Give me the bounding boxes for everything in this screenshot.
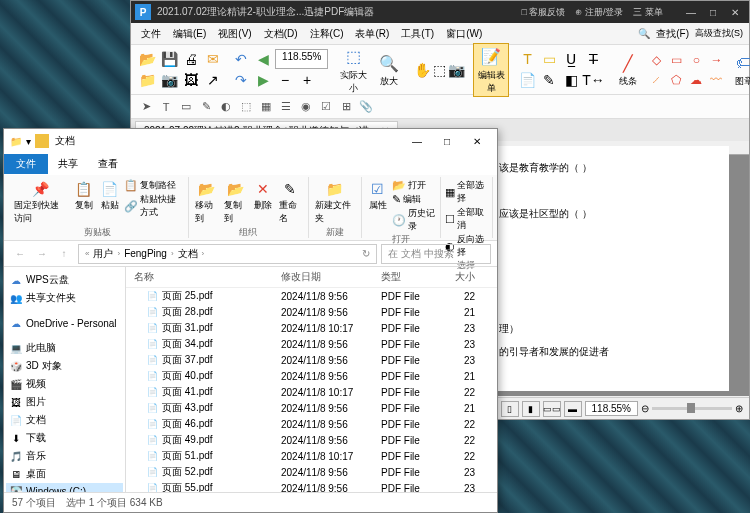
tool-icon[interactable]: 📎 bbox=[357, 98, 375, 116]
properties-button[interactable]: ☑属性 bbox=[366, 179, 390, 213]
print-icon[interactable]: 🖨 bbox=[181, 49, 201, 69]
breadcrumb[interactable]: FengPing bbox=[122, 248, 169, 259]
tree-video[interactable]: 🎬视频 bbox=[6, 375, 123, 393]
tool-icon[interactable]: ◉ bbox=[297, 98, 315, 116]
feedback-button[interactable]: □ 客服反馈 bbox=[522, 6, 566, 19]
maximize-button[interactable]: □ bbox=[703, 4, 723, 20]
line-button[interactable]: ╱ 线条 bbox=[611, 51, 645, 88]
rect-icon[interactable]: ▭ bbox=[667, 51, 685, 69]
next-icon[interactable]: ▶ bbox=[253, 70, 273, 90]
minimize-button[interactable]: — bbox=[403, 132, 431, 150]
move-button[interactable]: 📂移动到 bbox=[193, 179, 220, 226]
paste-shortcut-button[interactable]: 🔗粘贴快捷方式 bbox=[124, 193, 184, 219]
copy-path-button[interactable]: 📋复制路径 bbox=[124, 179, 176, 192]
table-row[interactable]: 📄页面 55.pdf2024/11/8 9:56PDF File23 bbox=[126, 480, 497, 492]
cloud-icon[interactable]: ☁ bbox=[687, 71, 705, 89]
zoom-out-icon[interactable]: − bbox=[275, 70, 295, 90]
table-row[interactable]: 📄页面 31.pdf2024/11/8 10:17PDF File23 bbox=[126, 320, 497, 336]
open-icon[interactable]: 📂 bbox=[137, 49, 157, 69]
curve-icon[interactable]: 〰 bbox=[707, 71, 725, 89]
search-input[interactable]: 在 文档 中搜索 bbox=[381, 244, 491, 264]
image-icon[interactable]: 🖼 bbox=[181, 70, 201, 90]
table-row[interactable]: 📄页面 28.pdf2024/11/8 9:56PDF File21 bbox=[126, 304, 497, 320]
tab-view[interactable]: 查看 bbox=[88, 154, 128, 174]
status-zoom[interactable]: 118.55% bbox=[585, 401, 638, 416]
up-button[interactable]: ↑ bbox=[54, 244, 74, 264]
polygon-icon[interactable]: ⬠ bbox=[667, 71, 685, 89]
tool-icon[interactable]: T bbox=[157, 98, 175, 116]
tree-download[interactable]: ⬇下载 bbox=[6, 429, 123, 447]
prev-icon[interactable]: ◀ bbox=[253, 49, 273, 69]
diamond-icon[interactable]: ◇ bbox=[647, 51, 665, 69]
tool-icon[interactable]: ☑ bbox=[317, 98, 335, 116]
tree-wps[interactable]: ☁WPS云盘 bbox=[6, 271, 123, 289]
delete-button[interactable]: ✕删除 bbox=[251, 179, 275, 213]
menu-edit[interactable]: 编辑(E) bbox=[169, 25, 210, 43]
stamp-button[interactable]: 🏷 图章 bbox=[727, 51, 750, 88]
table-row[interactable]: 📄页面 25.pdf2024/11/8 9:56PDF File22 bbox=[126, 288, 497, 304]
paste-button[interactable]: 📄粘贴 bbox=[98, 179, 122, 213]
edit-button[interactable]: ✎编辑 bbox=[392, 193, 421, 206]
find-icon[interactable]: 🔍 bbox=[638, 28, 650, 39]
email-icon[interactable]: ✉ bbox=[203, 49, 223, 69]
tree-3d[interactable]: 🎲3D 对象 bbox=[6, 357, 123, 375]
zoom-input[interactable]: 118.55% bbox=[275, 49, 328, 69]
newfolder-button[interactable]: 📁新建文件夹 bbox=[313, 179, 357, 226]
table-row[interactable]: 📄页面 34.pdf2024/11/8 9:56PDF File23 bbox=[126, 336, 497, 352]
tree-pc[interactable]: 💻此电脑 bbox=[6, 339, 123, 357]
dropdown-icon[interactable]: ▾ bbox=[26, 136, 31, 147]
close-button[interactable]: ✕ bbox=[725, 4, 745, 20]
menu-button[interactable]: 三 菜单 bbox=[633, 6, 663, 19]
tool-icon[interactable]: ☰ bbox=[277, 98, 295, 116]
table-row[interactable]: 📄页面 52.pdf2024/11/8 9:56PDF File23 bbox=[126, 464, 497, 480]
tree-music[interactable]: 🎵音乐 bbox=[6, 447, 123, 465]
table-row[interactable]: 📄页面 46.pdf2024/11/8 9:56PDF File22 bbox=[126, 416, 497, 432]
note-icon[interactable]: 📄 bbox=[517, 70, 537, 90]
arrow-icon[interactable]: → bbox=[707, 51, 725, 69]
replace-icon[interactable]: T↔ bbox=[583, 70, 603, 90]
tree-share[interactable]: 👥共享文件夹 bbox=[6, 289, 123, 307]
folder-icon[interactable]: 📁 bbox=[137, 70, 157, 90]
select-icon[interactable]: ⬚ bbox=[433, 60, 446, 80]
copyto-button[interactable]: 📂复制到 bbox=[222, 179, 249, 226]
copy-button[interactable]: 📋复制 bbox=[72, 179, 96, 213]
undo-icon[interactable]: ↶ bbox=[231, 49, 251, 69]
tool-icon[interactable]: ⊞ bbox=[337, 98, 355, 116]
maximize-button[interactable]: □ bbox=[433, 132, 461, 150]
tool-icon[interactable]: ◐ bbox=[217, 98, 235, 116]
layout-facing-icon[interactable]: ▭▭ bbox=[543, 401, 561, 417]
actual-size-button[interactable]: ⬚ 实际大小 bbox=[336, 45, 370, 95]
rename-button[interactable]: ✎重命名 bbox=[277, 179, 304, 226]
history-button[interactable]: 🕐历史记录 bbox=[392, 207, 436, 233]
navigation-tree[interactable]: ☁WPS云盘 👥共享文件夹 ☁OneDrive - Personal 💻此电脑 … bbox=[4, 267, 126, 492]
tree-docs[interactable]: 📄文档 bbox=[6, 411, 123, 429]
select-all-button[interactable]: ▦全部选择 bbox=[445, 179, 488, 205]
table-row[interactable]: 📄页面 51.pdf2024/11/8 10:17PDF File22 bbox=[126, 448, 497, 464]
zoom-in-button[interactable]: 🔍 放大 bbox=[372, 51, 406, 88]
text-edit-icon[interactable]: T bbox=[517, 49, 537, 69]
address-input[interactable]: « 用户 › FengPing › 文档 › ↻ bbox=[78, 244, 377, 264]
underline-icon[interactable]: U̲ bbox=[561, 49, 581, 69]
explorer-titlebar[interactable]: 📁 ▾ 文档 — □ ✕ bbox=[4, 129, 497, 153]
menu-comment[interactable]: 注释(C) bbox=[306, 25, 348, 43]
tab-file[interactable]: 文件 bbox=[4, 154, 48, 174]
breadcrumb[interactable]: 用户 bbox=[91, 247, 115, 261]
menu-tools[interactable]: 工具(T) bbox=[397, 25, 438, 43]
zoom-minus-button[interactable]: ⊖ bbox=[641, 403, 649, 414]
zoom-slider[interactable] bbox=[652, 407, 732, 410]
forward-button[interactable]: → bbox=[32, 244, 52, 264]
menu-document[interactable]: 文档(D) bbox=[260, 25, 302, 43]
table-row[interactable]: 📄页面 40.pdf2024/11/8 9:56PDF File21 bbox=[126, 368, 497, 384]
redo-icon[interactable]: ↷ bbox=[231, 70, 251, 90]
menu-view[interactable]: 视图(V) bbox=[214, 25, 255, 43]
col-date[interactable]: 修改日期 bbox=[281, 270, 381, 284]
refresh-icon[interactable]: ↻ bbox=[362, 248, 370, 259]
select-none-button[interactable]: ☐全部取消 bbox=[445, 206, 488, 232]
table-row[interactable]: 📄页面 49.pdf2024/11/8 9:56PDF File22 bbox=[126, 432, 497, 448]
tree-onedrive[interactable]: ☁OneDrive - Personal bbox=[6, 315, 123, 331]
tool-icon[interactable]: ⬚ bbox=[237, 98, 255, 116]
export-icon[interactable]: ↗ bbox=[203, 70, 223, 90]
list-header[interactable]: 名称 修改日期 类型 大小 bbox=[126, 267, 497, 288]
pdf-titlebar[interactable]: P 2021.07.02理论精讲2-职业理念...迅捷PDF编辑器 □ 客服反馈… bbox=[131, 1, 749, 23]
pdf-page[interactable]: 该是教育教学的（ ） 应该是社区型的（ ） 理） 的引导者和发展的促进者 bbox=[489, 146, 729, 391]
